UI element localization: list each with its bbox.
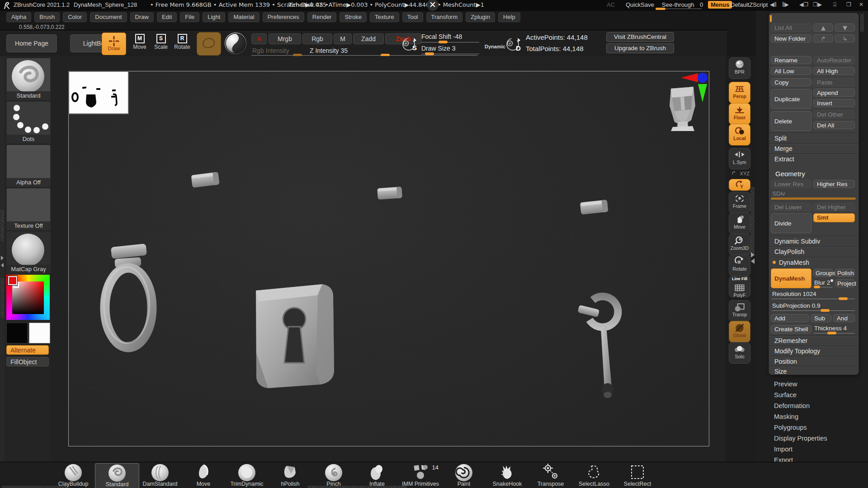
blur-handle[interactable] (814, 286, 820, 288)
menu-item-preferences[interactable]: Preferences (263, 12, 304, 22)
draw-mode-button[interactable]: Draw (102, 33, 126, 55)
resolution-track[interactable] (772, 299, 855, 299)
intensity-slider-track[interactable] (251, 55, 477, 56)
scene-objects[interactable] (69, 71, 709, 446)
xyz-toggle[interactable]: XYZ (729, 169, 750, 178)
size-section-row[interactable]: Size (769, 366, 859, 375)
document-viewport[interactable] (68, 71, 709, 446)
list-all-button[interactable]: List All (771, 23, 811, 32)
material-selector-button[interactable] (225, 33, 246, 54)
local-toggle[interactable]: Local (729, 124, 750, 145)
claypolish-section-row[interactable]: ClayPolish (769, 247, 859, 256)
duplicate-button[interactable]: Duplicate (771, 89, 811, 109)
brush-paint[interactable]: Paint (442, 463, 486, 488)
menu-item-help[interactable]: Help (498, 12, 520, 22)
menu-item-transform[interactable]: Transform (426, 12, 463, 22)
menu-item-brush[interactable]: Brush (34, 12, 60, 22)
dynamic-subdiv-section-row[interactable]: Dynamic Subdiv (769, 236, 859, 245)
move-mode-button[interactable]: M Move (130, 34, 150, 54)
smt-toggle[interactable]: Smt (813, 213, 855, 222)
hex-bar-object[interactable] (377, 187, 402, 200)
alternate-button[interactable]: Alternate (6, 345, 49, 355)
rotate-toggle[interactable]: Rotate (729, 254, 750, 276)
subprojection-slider-label[interactable]: SubProjection 0.9 (772, 302, 821, 309)
dynamic-brush-icon[interactable]: D (504, 34, 523, 53)
brush-selectrect[interactable]: SelectRect (616, 463, 659, 488)
menu-item-stroke[interactable]: Stroke (340, 12, 367, 22)
paste-button[interactable]: Paste (813, 78, 855, 86)
add-toggle[interactable]: Add (771, 314, 809, 322)
new-folder-button[interactable]: New Folder (771, 34, 811, 42)
menu-item-edit[interactable]: Edit (157, 12, 177, 22)
move-up-folder-button[interactable]: ↱ (813, 34, 833, 42)
scale-mode-button[interactable]: S Scale (151, 34, 171, 54)
focal-brush-icon[interactable]: S (400, 34, 419, 53)
home-page-button[interactable]: Home Page (6, 34, 57, 52)
focal-shift-slider-label[interactable]: Focal Shift -48 (421, 33, 462, 40)
current-brush-thumbnail[interactable]: Standard (6, 58, 51, 100)
menu-item-document[interactable]: Document (90, 12, 127, 22)
color-picker[interactable] (6, 275, 50, 320)
subtool-down-button[interactable]: ▼ (835, 23, 855, 32)
merge-section-row[interactable]: Merge (769, 144, 859, 153)
lower-res-button[interactable]: Lower Res (771, 180, 811, 188)
extract-section-row[interactable]: Extract (769, 154, 859, 163)
tool-section-display-properties[interactable]: Display Properties (774, 435, 827, 442)
menu-item-draw[interactable]: Draw (130, 12, 154, 22)
thickness-track[interactable] (814, 333, 854, 333)
thickness-slider-label[interactable]: Thickness 4 (814, 325, 847, 332)
brush-move[interactable]: Move (182, 463, 225, 488)
brush-claybuildup[interactable]: ClayBuildup (52, 463, 95, 488)
sdiv-slider-label[interactable]: SDiv (772, 190, 785, 197)
brush-damstandard[interactable]: DamStandard (138, 463, 182, 488)
insert-button[interactable]: Insert (813, 99, 855, 107)
ring-object[interactable] (104, 244, 152, 347)
del-other-button[interactable]: Del Other (813, 110, 855, 118)
brush-imm-primitives[interactable]: 14IMM Primitives (399, 463, 442, 488)
dock-right-icon[interactable]: ❐▶ (813, 1, 822, 8)
subtool-up-button[interactable]: ▲ (813, 23, 833, 32)
zremesher-section-row[interactable]: ZRemesher (769, 336, 859, 345)
panel-collapse-arrows-icon[interactable] (0, 254, 5, 270)
m-toggle[interactable]: M (334, 33, 352, 44)
draw-size-track[interactable] (421, 54, 479, 54)
window-close-icon[interactable]: ✕ (859, 1, 863, 8)
zadd-toggle[interactable]: Zadd (353, 33, 384, 44)
menu-item-material[interactable]: Material (228, 12, 259, 22)
groups-toggle[interactable]: Groups (813, 269, 833, 277)
higher-res-button[interactable]: Higher Res (813, 180, 855, 188)
stroke-selector-button[interactable] (197, 32, 221, 56)
menu-item-alpha[interactable]: Alpha (6, 12, 31, 22)
resolution-slider-label[interactable]: Resolution 1024 (772, 291, 816, 297)
transp-toggle[interactable]: Transp (729, 300, 750, 322)
menus-button[interactable]: Menus (708, 1, 732, 9)
hex-bar-object[interactable] (580, 200, 608, 215)
see-through-track[interactable] (661, 9, 702, 9)
rgb-intensity-slider-label[interactable]: Rgb Intensity (252, 47, 289, 54)
ghost-toggle[interactable]: Ghost (729, 321, 750, 343)
brush-pinch[interactable]: Pinch (312, 463, 355, 488)
see-through-slider-label[interactable]: See-through (662, 1, 694, 8)
menu-item-zplugin[interactable]: Zplugin (466, 12, 495, 22)
brush-selectlasso[interactable]: SelectLasso (572, 463, 616, 488)
tray-left-icon[interactable]: ◀⫼ (770, 1, 777, 8)
z-intensity-slider-label[interactable]: Z Intensity 35 (310, 47, 348, 54)
menu-item-color[interactable]: Color (63, 12, 87, 22)
upgrade-to-zbrush-button[interactable]: Upgrade to ZBrush (606, 43, 674, 53)
create-shell-button[interactable]: Create Shell (771, 325, 811, 333)
menu-item-tool[interactable]: Tool (402, 12, 423, 22)
draw-size-handle[interactable] (425, 52, 434, 55)
right-scrollbar[interactable] (860, 14, 864, 32)
subprojection-track[interactable] (772, 310, 855, 311)
delete-button[interactable]: Delete (771, 111, 811, 131)
current-material-thumbnail[interactable]: MatCap Gray (6, 231, 51, 274)
and-toggle[interactable]: And (833, 314, 855, 322)
sv-square[interactable] (12, 282, 44, 314)
brush-snakehook[interactable]: SnakeHook (486, 463, 529, 488)
tool-section-import[interactable]: Import (774, 446, 793, 453)
brush-inflate[interactable]: Inflate (355, 463, 399, 488)
zoom3d-toggle[interactable]: Zoom3D (729, 234, 750, 255)
geometry-section-title[interactable]: Geometry (775, 170, 805, 178)
menu-item-light[interactable]: Light (203, 12, 225, 22)
move-down-folder-button[interactable]: ↳ (835, 34, 855, 42)
